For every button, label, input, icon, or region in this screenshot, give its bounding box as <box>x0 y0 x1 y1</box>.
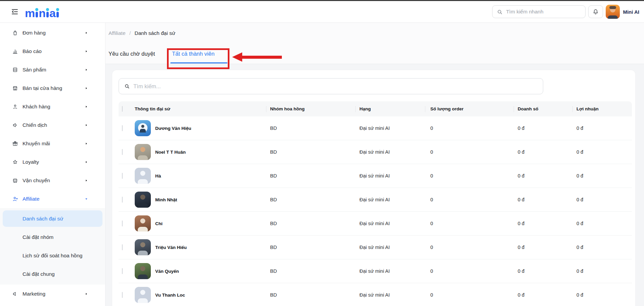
cell-revenue: 0 đ <box>514 197 572 202</box>
sidebar-item-label: Đơn hàng <box>23 30 80 36</box>
notifications-button[interactable] <box>588 5 603 18</box>
sidebar-subitem-label: Lịch sử đối soát hoa hồng <box>23 253 82 259</box>
table-search-input[interactable] <box>133 83 538 90</box>
member-name: Vu Thanh Loc <box>155 293 185 298</box>
search-icon <box>497 9 503 15</box>
logo-letter: m <box>25 9 35 18</box>
arrow-head <box>232 52 242 62</box>
sidebar-item-khach-hang[interactable]: Khách hàng <box>0 97 105 116</box>
cell-rank: Đại sứ mini AI <box>355 268 425 274</box>
global-search-input[interactable] <box>506 9 581 15</box>
menu-fold-icon[interactable] <box>10 7 19 16</box>
row-checkbox[interactable] <box>122 268 123 274</box>
brand-logo[interactable]: mna <box>25 6 59 18</box>
table-row[interactable]: Vu Thanh LocBDĐại sứ mini AI00 đ0 đ <box>119 283 632 306</box>
sidebar-item-bao-cao[interactable]: Báo cáo <box>0 42 105 60</box>
avatar-figure <box>140 195 145 200</box>
app-header: mna Mini AI <box>0 1 644 23</box>
avatar-figure <box>610 7 615 12</box>
sidebar-item-san-pham[interactable]: Sản phẩm <box>0 60 105 79</box>
table-row[interactable]: ChiBDĐại sứ mini AI00 đ0 đ <box>119 212 632 236</box>
table-row[interactable]: Minh NhậtBDĐại sứ mini AI00 đ0 đ <box>119 188 632 212</box>
breadcrumb-current: Danh sách đại sứ <box>135 30 176 36</box>
breadcrumb-parent[interactable]: Affiliate <box>109 30 126 36</box>
member-name: Triệu Văn Hiếu <box>155 245 187 250</box>
sidebar-item-ban-tai-cua-hang[interactable]: Bán tại cửa hàng <box>0 79 105 97</box>
arrow-shaft <box>242 56 282 59</box>
row-checkbox[interactable] <box>122 197 123 203</box>
member-name: Minh Nhật <box>155 197 177 202</box>
sidebar-item-label: Sản phẩm <box>23 67 80 73</box>
column-header: Số lượng order <box>425 106 514 111</box>
chevron-right-icon <box>84 49 88 53</box>
cell-group: BD <box>266 125 355 131</box>
avatar-figure <box>140 266 145 271</box>
column-header: Doanh số <box>514 106 572 111</box>
annotation-arrow <box>232 52 282 62</box>
sidebar-item-loyalty[interactable]: Loyalty <box>0 153 105 171</box>
tab-pending-requests[interactable]: Yêu cầu chờ duyệt <box>109 50 155 58</box>
table-row[interactable]: Dương Văn HiệuBDĐại sứ mini AI00 đ0 đ <box>119 116 632 140</box>
row-checkbox[interactable] <box>122 173 123 179</box>
table-search[interactable] <box>119 78 543 94</box>
chevron-right-icon <box>84 31 88 35</box>
window-top-edge <box>0 0 644 1</box>
customer-icon <box>12 104 18 110</box>
cell-orders: 0 <box>425 173 514 178</box>
sidebar-item-khuyen-mai[interactable]: Khuyến mãi <box>0 134 105 153</box>
row-checkbox[interactable] <box>122 125 123 131</box>
cell-orders: 0 <box>425 197 514 202</box>
avatar-figure <box>140 290 145 295</box>
table-row[interactable]: Triệu Văn HiếuBDĐại sứ mini AI00 đ0 đ <box>119 236 632 259</box>
row-checkbox[interactable] <box>122 244 123 250</box>
logo-letter: a <box>49 9 55 18</box>
sidebar-subitem-label: Cài đặt chung <box>23 271 55 277</box>
sidebar-item-marketing[interactable]: Marketing <box>0 285 105 303</box>
sidebar-subitem-cai-dat-chung[interactable]: Cài đặt chung <box>0 265 105 283</box>
row-checkbox[interactable] <box>122 220 123 226</box>
avatar-figure <box>140 147 145 152</box>
chevron-right-icon <box>84 105 88 109</box>
cell-rank: Đại sứ mini AI <box>355 149 425 155</box>
cell-profit: 0 đ <box>572 125 632 131</box>
chevron-right-icon <box>84 178 88 183</box>
table-row[interactable]: Noel T T HuânBDĐại sứ mini AI00 đ0 đ <box>119 140 632 164</box>
sidebar-item-affiliate[interactable]: Affiliate <box>0 190 105 208</box>
cell-revenue: 0 đ <box>514 221 572 226</box>
sidebar-item-don-hang[interactable]: Đơn hàng <box>0 23 105 42</box>
table-row[interactable]: HàBDĐại sứ mini AI00 đ0 đ <box>119 164 632 188</box>
row-checkbox[interactable] <box>122 292 123 298</box>
chevron-right-icon <box>84 160 88 164</box>
row-checkbox[interactable] <box>122 149 123 155</box>
cell-profit: 0 đ <box>572 149 632 155</box>
avatar-figure <box>138 179 148 184</box>
sidebar-item-label: Vận chuyển <box>23 177 80 184</box>
global-search[interactable] <box>492 5 586 18</box>
sidebar-subitem-lich-su-doi-soat-hoa-hong[interactable]: Lịch sử đối soát hoa hồng <box>0 246 105 265</box>
cell-orders: 0 <box>425 125 514 131</box>
cell-rank: Đại sứ mini AI <box>355 125 425 131</box>
avatar-figure <box>140 218 145 223</box>
select-all-checkbox[interactable] <box>122 106 123 112</box>
sidebar-subitem-cai-dat-nhom[interactable]: Cài đặt nhóm <box>0 228 105 246</box>
cell-group: BD <box>266 197 355 202</box>
sidebar-item-van-chuyen[interactable]: Vận chuyển <box>0 171 105 190</box>
avatar-figure <box>138 203 148 208</box>
cell-group: BD <box>266 245 355 250</box>
gift-icon <box>12 141 18 147</box>
cell-orders: 0 <box>425 268 514 274</box>
chevron-right-icon <box>84 123 88 127</box>
avatar-figure <box>140 242 145 247</box>
cell-revenue: 0 đ <box>514 149 572 155</box>
chevron-right-icon <box>84 142 88 146</box>
member-avatar <box>135 287 151 303</box>
cell-profit: 0 đ <box>572 245 632 250</box>
cell-revenue: 0 đ <box>514 268 572 274</box>
cell-group: BD <box>266 173 355 178</box>
sidebar-subitem-danh-sach-dai-su[interactable]: Danh sách đại sứ <box>3 210 102 227</box>
user-avatar[interactable] <box>606 5 620 19</box>
sidebar-item-chien-dich[interactable]: Chiến dịch <box>0 116 105 134</box>
cell-revenue: 0 đ <box>514 125 572 131</box>
table-row[interactable]: Văn QuyếnBDĐại sứ mini AI00 đ0 đ <box>119 259 632 283</box>
sidebar-item-label: Báo cáo <box>23 48 80 54</box>
